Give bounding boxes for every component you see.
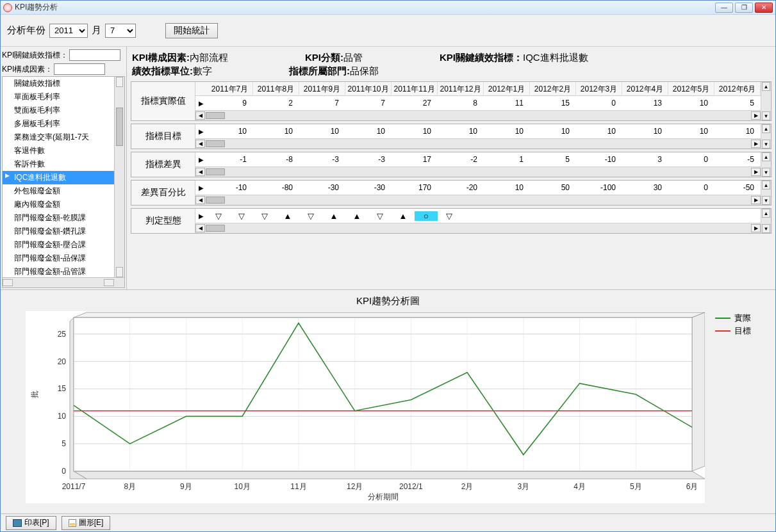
kpi-list-item[interactable]: 部門報廢金額-乾膜課	[3, 211, 114, 225]
data-cell: 10	[207, 127, 253, 136]
kpi-list-item[interactable]: 廠內報廢金額	[3, 198, 114, 211]
close-button[interactable]: ✕	[755, 3, 773, 13]
data-cell: 3	[622, 155, 668, 164]
column-header: 2012年6月	[714, 82, 761, 95]
data-grid: 判定型態▶▽▽▽▲▽▲▲▽▲○▽◀▶▲▼	[131, 208, 772, 234]
print-button[interactable]: 印表[P]	[6, 516, 56, 530]
shape-cell[interactable]: ▽	[253, 211, 276, 221]
svg-text:25: 25	[57, 330, 66, 339]
shape-cell[interactable]: ▲	[345, 211, 368, 221]
column-header: 2011年7月	[207, 82, 253, 95]
kpi-list-item[interactable]: 關鍵績效指標	[3, 77, 114, 90]
horizontal-scrollbar[interactable]: ◀▶	[195, 195, 761, 205]
vertical-scrollbar[interactable]: ▲▼	[761, 124, 771, 149]
shape-cell[interactable]: ○	[415, 211, 438, 221]
chart-area: KPI趨勢分析圖 05101520252011/78月9月10月11月12月20…	[1, 290, 775, 513]
kpi-list-item[interactable]: 雙面板毛利率	[3, 104, 114, 117]
horizontal-scrollbar[interactable]	[3, 277, 124, 287]
shape-cell[interactable]: ▽	[368, 211, 392, 221]
data-cell: 1	[484, 155, 530, 164]
data-cell: 11	[484, 99, 530, 108]
svg-marker-2	[74, 471, 705, 479]
shape-cell[interactable]: ▲	[392, 211, 415, 221]
data-cell: 10	[484, 183, 530, 192]
kpi-list-item[interactable]: 業務達交率(延期1-7天	[3, 131, 114, 144]
data-cell: 7	[345, 99, 392, 108]
shape-cell[interactable]: ▽	[207, 211, 230, 221]
svg-text:8月: 8月	[124, 482, 136, 491]
kpi-list-item[interactable]: 多層板毛利率	[3, 117, 114, 131]
maximize-button[interactable]: ❐	[735, 3, 753, 13]
bottom-toolbar: 印表[P] 圖形[E]	[1, 513, 775, 531]
data-cell: -30	[345, 183, 392, 192]
year-select[interactable]: 2011	[49, 24, 88, 38]
row-header: 指標實際值	[131, 82, 195, 120]
month-select[interactable]: 7	[105, 24, 136, 38]
kpi-list-item[interactable]: 客訴件數	[3, 157, 114, 171]
filter-kpi-factor-input[interactable]	[54, 63, 105, 75]
svg-marker-1	[692, 312, 705, 471]
data-cell: 0	[576, 99, 622, 108]
svg-text:5月: 5月	[629, 482, 641, 491]
data-cell: -50	[714, 183, 761, 192]
titlebar: KPI趨勢分析 — ❐ ✕	[1, 1, 775, 15]
data-cell: 10	[392, 127, 438, 136]
data-cell: 10	[714, 127, 761, 136]
vertical-scrollbar[interactable]: ▲▼	[761, 82, 771, 120]
data-cell: 10	[668, 127, 714, 136]
filter-kpi-factor-label: KPI構成因素：	[2, 64, 53, 75]
svg-text:9月: 9月	[180, 482, 192, 491]
svg-text:10月: 10月	[234, 482, 250, 491]
vertical-scrollbar[interactable]: ▲▼	[761, 152, 771, 177]
row-header: 差異百分比	[131, 181, 195, 205]
shape-cell[interactable]: ▽	[299, 211, 322, 221]
kpi-list[interactable]: 關鍵績效指標單面板毛利率雙面板毛利率多層板毛利率業務達交率(延期1-7天客退件數…	[2, 76, 125, 288]
kpi-list-item[interactable]: 客退件數	[3, 144, 114, 157]
data-cell: -3	[345, 155, 392, 164]
kpi-list-item[interactable]: IQC進料批退數	[3, 171, 114, 184]
shape-cell[interactable]: ▽	[438, 211, 461, 221]
vertical-scrollbar[interactable]	[114, 77, 124, 277]
kpi-list-item[interactable]: 部門報廢金額-壓合課	[3, 238, 114, 252]
svg-text:批: 批	[30, 391, 39, 398]
svg-text:0: 0	[62, 467, 66, 476]
kpi-list-item[interactable]: 部門報廢金額-鑽孔課	[3, 225, 114, 238]
app-icon	[3, 3, 12, 12]
horizontal-scrollbar[interactable]: ◀▶	[195, 223, 761, 233]
horizontal-scrollbar[interactable]: ◀▶	[195, 166, 761, 177]
data-cell: 30	[622, 183, 668, 192]
data-cell: 13	[622, 99, 668, 108]
kpi-list-item[interactable]: 單面板毛利率	[3, 90, 114, 104]
row-header: 判定型態	[131, 209, 195, 233]
vertical-scrollbar[interactable]: ▲▼	[761, 209, 771, 233]
data-cell: -8	[253, 155, 299, 164]
svg-text:11月: 11月	[290, 482, 306, 491]
column-header: 2011年11月	[392, 82, 438, 95]
kpi-list-item[interactable]: 外包報廢金額	[3, 184, 114, 198]
data-cell: 17	[392, 155, 438, 164]
image-icon	[69, 519, 76, 527]
legend-label: 實際	[734, 312, 751, 324]
vertical-scrollbar[interactable]: ▲▼	[761, 181, 771, 205]
svg-text:10: 10	[57, 412, 66, 421]
data-cell: -5	[714, 155, 761, 164]
start-button[interactable]: 開始統計	[165, 23, 218, 38]
data-cell: 27	[392, 99, 438, 108]
shape-cell[interactable]: ▽	[230, 211, 253, 221]
kpi-list-item[interactable]: 部門報廢金額-品保課	[3, 252, 114, 265]
column-header: 2012年2月	[530, 82, 576, 95]
export-image-button[interactable]: 圖形[E]	[62, 516, 111, 530]
svg-text:3月: 3月	[517, 482, 529, 491]
svg-text:4月: 4月	[574, 482, 586, 491]
horizontal-scrollbar[interactable]: ◀▶	[195, 110, 761, 120]
shape-cell[interactable]: ▲	[276, 211, 299, 221]
shape-cell[interactable]: ▲	[322, 211, 345, 221]
column-header: 2012年1月	[484, 82, 530, 95]
data-cell: 10	[530, 127, 576, 136]
column-header: 2011年8月	[253, 82, 299, 95]
minimize-button[interactable]: —	[715, 3, 733, 13]
kpi-list-item[interactable]: 部門報廢金額-品管課	[3, 265, 114, 277]
year-label: 分析年份	[7, 24, 45, 36]
filter-kpi-key-input[interactable]	[69, 49, 120, 61]
horizontal-scrollbar[interactable]: ◀▶	[195, 138, 761, 149]
